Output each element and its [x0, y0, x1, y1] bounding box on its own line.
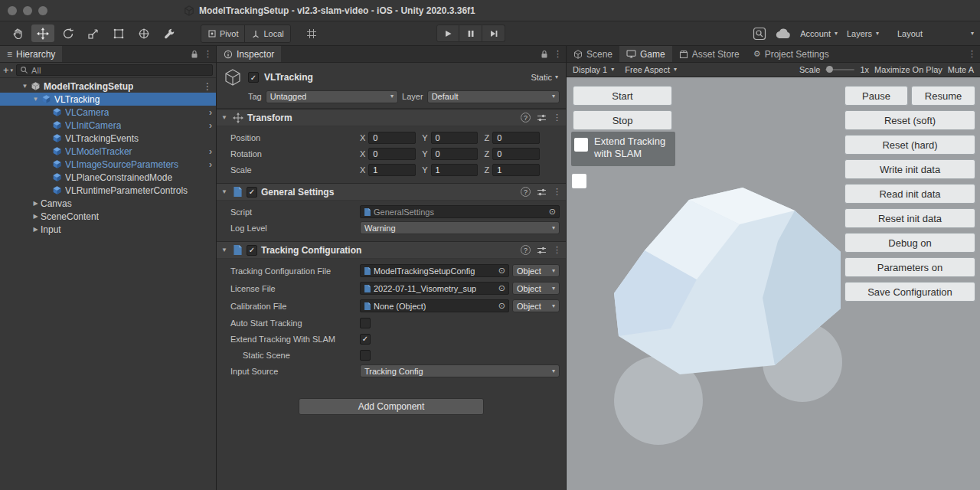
write-init-data-button[interactable]: Write init data [844, 159, 975, 179]
foldout-arrow[interactable]: ▶ [31, 213, 41, 220]
kebab-menu-icon[interactable]: ⋮ [553, 245, 561, 255]
scale-y-field[interactable]: 1 [431, 164, 479, 176]
hierarchy-item-modeltrackingsetup[interactable]: ▼ ModelTrackingSetup ⋮ [0, 80, 216, 93]
custom-tool-button[interactable] [158, 24, 181, 42]
prefab-open-arrow[interactable]: › [209, 159, 212, 170]
object-type-dropdown[interactable]: Object▾ [512, 282, 560, 295]
game-stop-button[interactable]: Stop [573, 110, 672, 130]
maximize-button[interactable] [38, 6, 47, 15]
tab-asset-store[interactable]: Asset Store [672, 46, 746, 62]
pivot-toggle[interactable]: Pivot [201, 25, 244, 42]
reset-init-data-button[interactable]: Reset init data [844, 208, 975, 228]
transform-tool-button[interactable] [132, 24, 155, 42]
log-level-dropdown[interactable]: Warning▾ [360, 221, 560, 234]
foldout-arrow[interactable]: ▼ [31, 96, 41, 103]
minimize-button[interactable] [23, 6, 32, 15]
kebab-menu-icon[interactable]: ⋮ [553, 187, 561, 197]
script-object-field[interactable]: GeneralSettings ⊙ [360, 205, 560, 218]
tab-scene[interactable]: Scene [567, 46, 619, 62]
scale-slider-knob[interactable] [826, 66, 833, 73]
prefab-open-arrow[interactable]: › [209, 120, 212, 131]
gameobject-name-field[interactable]: VLTracking [264, 72, 525, 83]
rotation-y-field[interactable]: 0 [431, 148, 479, 160]
input-source-dropdown[interactable]: Tracking Config▾ [360, 364, 560, 377]
pause-button[interactable] [459, 24, 482, 42]
tag-dropdown[interactable]: Untagged▾ [266, 90, 398, 103]
object-picker-icon[interactable]: ⊙ [498, 283, 505, 293]
object-picker-icon[interactable]: ⊙ [498, 301, 505, 311]
tracking-configuration-file-field[interactable]: ModelTrackingSetupConfig ⊙ [360, 264, 509, 277]
layout-dropdown[interactable]: Layout▾ [897, 29, 974, 38]
hierarchy-search-input[interactable]: All [16, 64, 213, 76]
presets-icon[interactable] [537, 113, 547, 122]
hierarchy-item-vltracking[interactable]: ▼ VLTracking [0, 93, 216, 106]
move-tool-button[interactable] [31, 24, 54, 42]
foldout-arrow[interactable]: ▼ [20, 83, 30, 90]
foldout-arrow[interactable]: ▼ [221, 247, 229, 253]
read-init-data-button[interactable]: Read init data [844, 184, 975, 204]
help-icon[interactable]: ? [521, 113, 531, 122]
static-scene-checkbox[interactable] [360, 350, 371, 361]
layers-dropdown[interactable]: Layers▾ [847, 29, 879, 38]
create-object-button[interactable]: + ▾ [3, 64, 13, 76]
hierarchy-item-vlimagesourceparameters[interactable]: VLImageSourceParameters › [0, 158, 216, 171]
kebab-menu-icon[interactable]: ⋮ [968, 49, 976, 59]
calibration-file-field[interactable]: None (Object) ⊙ [360, 299, 509, 312]
component-enabled-checkbox[interactable]: ✓ [247, 245, 257, 256]
reset-soft-button[interactable]: Reset (soft) [844, 110, 975, 130]
tracking-configuration-component-header[interactable]: ▼ ✓ Tracking Configuration ? ⋮ [217, 241, 566, 259]
object-picker-icon[interactable]: ⊙ [498, 266, 505, 276]
help-icon[interactable]: ? [521, 245, 531, 255]
game-slam-toggle[interactable]: Extend Tracking with SLAM [571, 132, 675, 166]
position-y-field[interactable]: 0 [431, 132, 479, 144]
foldout-arrow[interactable]: ▼ [221, 114, 229, 121]
component-enabled-checkbox[interactable]: ✓ [247, 187, 257, 198]
hierarchy-item-vlinitcamera[interactable]: VLInitCamera › [0, 119, 216, 132]
tab-game[interactable]: Game [619, 46, 672, 62]
step-button[interactable] [482, 24, 505, 42]
hierarchy-item-vlruntimeparametercontrols[interactable]: VLRuntimeParameterControls [0, 184, 216, 197]
kebab-menu-icon[interactable]: ⋮ [203, 81, 212, 92]
game-resume-button[interactable]: Resume [911, 86, 975, 106]
account-dropdown[interactable]: Account▾ [800, 29, 838, 38]
maximize-on-play-toggle[interactable]: Maximize On Play [874, 65, 942, 74]
prefab-open-arrow[interactable]: › [209, 146, 212, 157]
extend-tracking-with-slam-checkbox[interactable]: ✓ [360, 334, 371, 345]
hierarchy-item-vlcamera[interactable]: VLCamera › [0, 106, 216, 119]
hierarchy-item-vlmodeltracker[interactable]: VLModelTracker › [0, 145, 216, 158]
auto-start-tracking-checkbox[interactable] [360, 318, 371, 328]
parameters-on-button[interactable]: Parameters on [844, 257, 975, 277]
object-type-dropdown[interactable]: Object▾ [512, 264, 560, 277]
save-configuration-button[interactable]: Save Configuration [844, 282, 975, 302]
hand-tool-button[interactable] [6, 24, 29, 42]
foldout-arrow[interactable]: ▶ [31, 200, 41, 207]
general-settings-component-header[interactable]: ▼ ✓ General Settings ? ⋮ [217, 183, 566, 201]
mute-audio-toggle[interactable]: Mute A [948, 65, 974, 74]
help-icon[interactable]: ? [521, 187, 531, 197]
rotation-x-field[interactable]: 0 [368, 148, 416, 160]
rotate-tool-button[interactable] [57, 24, 80, 42]
close-button[interactable] [8, 6, 17, 15]
active-checkbox[interactable]: ✓ [248, 72, 259, 83]
kebab-menu-icon[interactable]: ⋮ [204, 49, 212, 59]
transform-component-header[interactable]: ▼ Transform ? ⋮ [217, 109, 566, 126]
local-toggle[interactable]: Local [244, 25, 289, 42]
object-type-dropdown[interactable]: Object▾ [512, 299, 560, 312]
kebab-menu-icon[interactable]: ⋮ [554, 49, 562, 59]
foldout-arrow[interactable]: ▶ [31, 226, 41, 233]
position-z-field[interactable]: 0 [492, 132, 540, 144]
kebab-menu-icon[interactable]: ⋮ [553, 113, 561, 122]
rotation-z-field[interactable]: 0 [492, 148, 540, 160]
reset-hard-button[interactable]: Reset (hard) [844, 135, 975, 155]
grid-snapping-button[interactable] [302, 24, 322, 42]
scale-x-field[interactable]: 1 [368, 164, 416, 176]
object-picker-icon[interactable]: ⊙ [549, 207, 556, 217]
game-extra-toggle[interactable] [572, 174, 586, 188]
foldout-arrow[interactable]: ▼ [221, 188, 229, 195]
hierarchy-item-scenecontent[interactable]: ▶ SceneContent [0, 210, 216, 223]
scale-tool-button[interactable] [82, 24, 105, 42]
game-pause-button[interactable]: Pause [844, 86, 908, 106]
play-button[interactable] [436, 24, 459, 42]
tab-project-settings[interactable]: ⚙ Project Settings [746, 46, 836, 62]
lock-icon[interactable] [191, 50, 198, 59]
